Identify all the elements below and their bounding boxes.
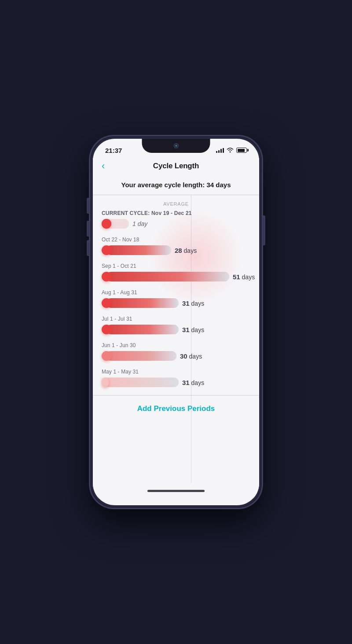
home-bar bbox=[147, 490, 205, 492]
cycle-item-oct22: Oct 22 - Nov 18 28 days bbox=[102, 237, 250, 255]
bar-track-aug1 bbox=[102, 298, 179, 308]
bar-dot-may1 bbox=[102, 378, 109, 387]
bar-fill-aug1 bbox=[106, 298, 179, 308]
phone-frame: 21:37 bbox=[90, 136, 262, 508]
cycle-item-current: CURRENT CYCLE: Nov 19 - Dec 21 1 day bbox=[102, 210, 250, 229]
bar-fill-jul1 bbox=[106, 325, 179, 334]
notch bbox=[142, 139, 210, 153]
cycle-label-may1: May 1 - May 31 bbox=[102, 369, 250, 375]
status-time: 21:37 bbox=[105, 147, 122, 154]
day-count-may1: 31 days bbox=[182, 379, 204, 386]
bar-dot-current bbox=[102, 219, 111, 229]
bar-fill-oct22 bbox=[106, 245, 171, 255]
cycle-label-sep1: Sep 1 - Oct 21 bbox=[102, 263, 250, 269]
cycle-label-jul1: Jul 1 - Jul 31 bbox=[102, 316, 250, 322]
bar-track-oct22 bbox=[102, 245, 171, 255]
bar-row-sep1: 51 days bbox=[102, 272, 250, 281]
cycle-label-jun1: Jun 1 - Jun 30 bbox=[102, 342, 250, 348]
page-title: Cycle Length bbox=[153, 162, 199, 170]
bar-track-jun1 bbox=[102, 351, 176, 361]
bar-dot-jun1 bbox=[102, 351, 111, 361]
cycles-list: CURRENT CYCLE: Nov 19 - Dec 21 1 day Oct… bbox=[93, 210, 259, 387]
day-count-sep1: 51 days bbox=[233, 273, 255, 281]
bar-track-current bbox=[102, 219, 129, 229]
status-icons bbox=[216, 147, 247, 154]
cycle-item-aug1: Aug 1 - Aug 31 31 days bbox=[102, 289, 250, 308]
cycle-label-current: CURRENT CYCLE: Nov 19 - Dec 21 bbox=[102, 210, 250, 216]
bar-dot-jul1 bbox=[102, 325, 111, 334]
day-count-jul1: 31 days bbox=[182, 326, 204, 333]
bar-row-may1: 31 days bbox=[102, 378, 250, 387]
add-previous-periods-button[interactable]: Add Previous Periods bbox=[137, 404, 215, 413]
chart-area: AVERAGE CURRENT CYCLE: Nov 19 - Dec 21 1… bbox=[93, 195, 259, 483]
bar-row-current: 1 day bbox=[102, 219, 250, 229]
nav-bar: ‹ Cycle Length bbox=[93, 158, 259, 176]
phone-screen: 21:37 bbox=[93, 139, 259, 505]
cycle-label-aug1: Aug 1 - Aug 31 bbox=[102, 289, 250, 296]
add-periods-section: Add Previous Periods bbox=[93, 395, 259, 422]
bar-track-jul1 bbox=[102, 325, 179, 334]
day-count-oct22: 28 days bbox=[175, 247, 197, 254]
bar-dot-aug1 bbox=[102, 298, 111, 308]
average-summary: Your average cycle length: 34 days bbox=[93, 176, 259, 195]
day-count-jun1: 30 days bbox=[180, 352, 202, 360]
signal-icon bbox=[216, 148, 224, 153]
home-indicator bbox=[93, 483, 259, 498]
bar-row-oct22: 28 days bbox=[102, 245, 250, 255]
back-button[interactable]: ‹ bbox=[102, 160, 105, 172]
cycle-item-may1: May 1 - May 31 31 days bbox=[102, 369, 250, 387]
bar-row-aug1: 31 days bbox=[102, 298, 250, 308]
bar-track-sep1 bbox=[102, 272, 229, 281]
bar-fill-jun1 bbox=[106, 351, 176, 361]
cycle-item-jul1: Jul 1 - Jul 31 31 days bbox=[102, 316, 250, 334]
cycle-item-sep1: Sep 1 - Oct 21 51 days bbox=[102, 263, 250, 281]
battery-icon bbox=[236, 148, 247, 153]
average-label: AVERAGE bbox=[93, 195, 259, 210]
wifi-icon bbox=[227, 147, 234, 154]
day-count-aug1: 31 days bbox=[182, 300, 204, 307]
bar-dot-sep1 bbox=[102, 272, 111, 281]
bar-fill-current bbox=[102, 219, 111, 229]
bar-fill-may1 bbox=[105, 378, 179, 387]
bar-dot-oct22 bbox=[102, 245, 111, 255]
camera bbox=[173, 143, 179, 148]
day-count-current: 1 day bbox=[132, 220, 147, 227]
cycle-label-oct22: Oct 22 - Nov 18 bbox=[102, 237, 250, 243]
bar-row-jun1: 30 days bbox=[102, 351, 250, 361]
bar-row-jul1: 31 days bbox=[102, 325, 250, 334]
cycle-item-jun1: Jun 1 - Jun 30 30 days bbox=[102, 342, 250, 361]
bar-fill-sep1 bbox=[106, 272, 229, 281]
bar-track-may1 bbox=[102, 378, 179, 387]
